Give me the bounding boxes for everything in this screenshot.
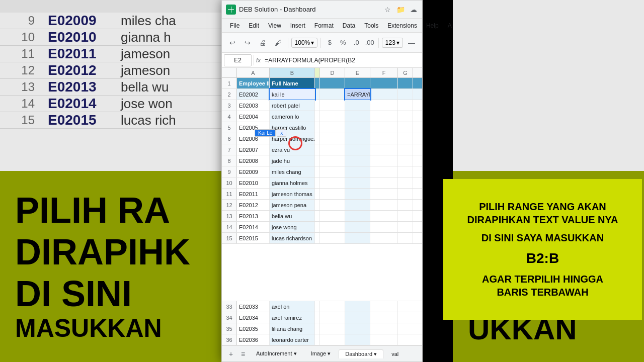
bg-spreadsheet-right: [453, 0, 644, 191]
menu-edit[interactable]: Edit: [245, 21, 263, 30]
toolbar-separator-3: [378, 38, 379, 48]
grid-row-13: 13 E02013 bella wu: [222, 211, 422, 222]
annotation-line6: BARIS TERBAWAH: [497, 286, 588, 299]
annotation-box: PILIH RANGE YANG AKAN DIRAPIHKAN TEXT VA…: [443, 179, 642, 320]
grid-row-15: 15 E02015 lucas richardson: [222, 233, 422, 244]
row-num-1: 1: [222, 78, 237, 88]
grid-row-6: 6 E02006 harper dominguez: [222, 133, 422, 144]
grid-row-7: 7 E02007 ezra vu: [222, 144, 422, 155]
cell-g2: [398, 89, 413, 100]
col-header-d[interactable]: D: [320, 68, 345, 77]
bottom-rows-section: 33 E02033 axel on 34 E02034 axel ramirez…: [222, 301, 422, 345]
grid-row-36: 36 E02036 leonardo carter: [222, 334, 422, 345]
annotation-line3: DI SINI SAYA MASUKKAN: [481, 231, 604, 244]
cell-a2[interactable]: E02002: [237, 89, 270, 100]
cloud-icon[interactable]: ☁: [409, 5, 418, 14]
header-cell-d: [320, 78, 345, 88]
grid-row-14: 14 E02014 jose wong: [222, 222, 422, 233]
decimal2-button[interactable]: .00: [364, 37, 375, 49]
cell-b2[interactable]: kai le: [270, 89, 315, 100]
cell-f2: [370, 89, 398, 100]
sheet-tab-val[interactable]: val: [385, 350, 405, 358]
toolbar-separator-2: [320, 38, 321, 48]
decimal1-button[interactable]: .0: [351, 37, 362, 49]
menu-data[interactable]: Data: [339, 21, 359, 30]
sheet-tab-autoincrement[interactable]: AutoIncrement ▾: [250, 349, 303, 358]
sheet-tab-dashboard[interactable]: Dashboard ▾: [339, 349, 383, 358]
menu-format[interactable]: Format: [310, 21, 338, 30]
tooltip-bar: Kai Le x: [255, 129, 286, 137]
grid-header-row: 1 Employee ID Full Name: [222, 78, 422, 89]
tooltip-tag-2[interactable]: x: [277, 129, 286, 137]
header-cell-f: [370, 78, 398, 88]
spreadsheet-window: DEB Solution - Dashboard ☆ 📁 ☁ File Edit…: [221, 0, 423, 362]
grid-row-34: 34 E02034 axel ramirez: [222, 312, 422, 323]
folder-icon[interactable]: 📁: [396, 5, 405, 14]
star-icon[interactable]: ☆: [383, 5, 392, 14]
col-header-b[interactable]: B: [270, 68, 315, 77]
col-header-f[interactable]: F: [370, 68, 398, 77]
grid-row-4: 4 E02004 cameron lo: [222, 111, 422, 122]
menu-view[interactable]: View: [264, 21, 285, 30]
sheet-tab-image[interactable]: Image ▾: [305, 349, 337, 358]
cell-d2: [320, 89, 345, 100]
annotation-line4: B2:B: [526, 249, 559, 267]
formula-bar: E2 fx =ARRAYFORMULA(PROPER(B2: [222, 53, 422, 68]
toolbar: ↩ ↪ 🖨 🖌 100% ▾ $ % .0 .00 123 ▾ —: [222, 33, 422, 53]
title-bar-title: DEB Solution - Dashboard: [239, 6, 380, 13]
menu-tools[interactable]: Tools: [360, 21, 382, 30]
annotation-line5: AGAR TERPILIH HINGGA: [482, 273, 603, 286]
col-header-e[interactable]: E: [345, 68, 370, 77]
menu-help[interactable]: Help: [422, 21, 443, 30]
redo-button[interactable]: ↪: [241, 36, 254, 50]
annotation-line1: PILIH RANGE YANG AKAN: [479, 200, 606, 213]
format-dropdown-icon: ▾: [396, 39, 399, 46]
header-cell-b[interactable]: Full Name: [270, 78, 315, 88]
cell-reference-box[interactable]: E2: [224, 54, 252, 66]
col-header-a[interactable]: A: [237, 68, 270, 77]
menu-bar: File Edit View Insert Format Data Tools …: [222, 19, 422, 33]
menu-extensions[interactable]: Extensions: [383, 21, 421, 30]
add-sheet-button[interactable]: +: [226, 349, 236, 359]
format-value: 123: [385, 39, 395, 46]
col-header-c[interactable]: [315, 68, 320, 77]
header-cell-c: [315, 78, 320, 88]
menu-extra[interactable]: A: [444, 21, 456, 30]
list-sheets-button[interactable]: ≡: [238, 349, 248, 359]
tooltip-tag-1[interactable]: Kai Le: [255, 129, 276, 137]
cell-ref-value: E2: [234, 57, 242, 64]
bg-bottom-left-text: PILIH RA DIRAPIHK DI SINI MASUKKAN: [0, 171, 231, 362]
formula-input[interactable]: =ARRAYFORMULA(PROPER(B2: [263, 56, 420, 65]
menu-insert[interactable]: Insert: [286, 21, 309, 30]
menu-file[interactable]: File: [226, 21, 244, 30]
print-button[interactable]: 🖨: [256, 36, 269, 50]
minus-button[interactable]: —: [405, 36, 418, 50]
row-num-2: 2: [222, 89, 237, 100]
undo-button[interactable]: ↩: [226, 36, 239, 50]
format-number-box[interactable]: 123 ▾: [382, 38, 403, 48]
row-num-header: [222, 68, 237, 77]
grid-row-12: 12 E02012 jameson pena: [222, 200, 422, 211]
fx-label: fx: [256, 57, 261, 64]
zoom-value: 100%: [295, 39, 310, 46]
grid-row-3: 3 E02003 robert patel: [222, 100, 422, 111]
col-header-g[interactable]: G: [398, 68, 413, 77]
cell-e2[interactable]: =ARRAYFORMULA(PROPER(B2: [345, 89, 370, 100]
grid-row-33: 33 E02033 axel on: [222, 301, 422, 312]
cursor-circle: [288, 136, 302, 150]
currency-button[interactable]: $: [324, 37, 335, 49]
grid-row-10: 10 E02010 gianna holmes: [222, 177, 422, 189]
title-bar-actions: ☆ 📁 ☁: [383, 5, 418, 14]
formula-separator: [254, 55, 254, 65]
bg-left-panel: 9E02009miles cha 10E02010gianna h 11E020…: [0, 0, 231, 362]
grid-row-8: 8 E02008 jade hu: [222, 155, 422, 166]
bg-spreadsheet-left: 9E02009miles cha 10E02010gianna h 11E020…: [0, 0, 231, 191]
grid-row-5: 5 E02005 harper castillo: [222, 122, 422, 133]
annotation-line2: DIRAPIHKAN TEXT VALUE NYA: [467, 213, 618, 226]
grid-row-35: 35 E02035 liliana chang: [222, 323, 422, 334]
grid-row-11: 11 E02011 jameson thomas: [222, 189, 422, 200]
percent-button[interactable]: %: [338, 37, 349, 49]
paint-format-button[interactable]: 🖌: [271, 36, 284, 50]
header-cell-a[interactable]: Employee ID: [237, 78, 270, 88]
zoom-control[interactable]: 100% ▾: [291, 38, 318, 48]
